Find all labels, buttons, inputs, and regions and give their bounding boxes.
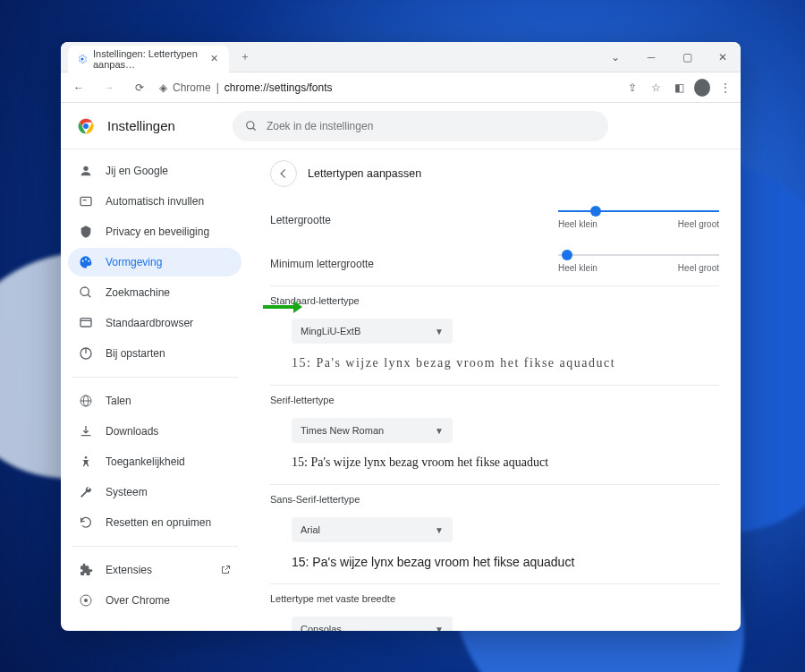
page-title: Instellingen [107, 118, 175, 133]
fixed-font-section: Lettertype met vaste breedte Consolas ▼ … [270, 583, 719, 631]
sidebar-item-reset[interactable]: Resetten en opruimen [68, 508, 242, 537]
svg-rect-15 [80, 319, 91, 327]
font-size-label: Lettergrootte [270, 214, 331, 226]
sans-font-section: Sans-Serif-lettertype Arial ▼ 15: Pa's w… [270, 484, 719, 583]
sidebar-item-label: Bij opstarten [106, 347, 165, 360]
font-size-slider[interactable]: Heel klein Heel groot [558, 210, 719, 229]
back-button[interactable]: ← [68, 77, 89, 98]
sidebar-item-you-and-google[interactable]: Jij en Google [68, 157, 242, 185]
minimize-button[interactable]: ─ [633, 45, 669, 70]
sidebar-item-label: Over Chrome [106, 594, 170, 607]
settings-search[interactable] [233, 111, 608, 141]
serif-font-dropdown[interactable]: Times New Roman ▼ [292, 418, 453, 443]
browser-tab[interactable]: Instellingen: Lettertypen aanpas… ✕ [68, 46, 229, 72]
extension-icon [79, 563, 93, 577]
svg-point-4 [83, 123, 89, 129]
dropdown-value: Consolas [301, 624, 342, 631]
tab-title: Instellingen: Lettertypen aanpas… [93, 48, 203, 70]
min-font-size-label: Minimum lettergrootte [270, 258, 374, 270]
standard-font-section: Standaard-lettertype MingLiU-ExtB ▼ 15: … [270, 285, 719, 385]
chevron-down-icon[interactable]: ⌄ [597, 45, 633, 70]
power-icon [79, 346, 93, 361]
slider-min-label: Heel klein [558, 219, 597, 229]
sidebar-item-downloads[interactable]: Downloads [68, 417, 242, 446]
sidebar-item-about[interactable]: Over Chrome [68, 586, 242, 615]
search-icon [245, 120, 258, 132]
svg-point-22 [85, 456, 88, 459]
sidebar-item-label: Automatisch invullen [106, 195, 204, 208]
globe-icon [79, 394, 93, 408]
url-path: chrome://settings/fonts [225, 81, 333, 94]
svg-point-0 [81, 57, 84, 60]
autofill-icon [79, 194, 93, 208]
page-back-button[interactable] [270, 160, 297, 187]
menu-icon[interactable]: ⋮ [717, 80, 733, 96]
bookmark-icon[interactable]: ☆ [648, 80, 664, 96]
slider-max-label: Heel groot [678, 219, 719, 229]
min-font-size-slider[interactable]: Heel klein Heel groot [558, 254, 719, 273]
settings-sidebar: Jij en Google Automatisch invullen Priva… [61, 149, 249, 631]
sans-font-sample: 15: Pa's wijze lynx bezag vroom het fiks… [292, 555, 719, 569]
svg-rect-8 [80, 197, 91, 205]
sidebar-item-label: Jij en Google [106, 165, 168, 177]
browser-icon [79, 316, 93, 330]
sidebar-item-system[interactable]: Systeem [68, 478, 242, 506]
svg-line-6 [253, 127, 256, 130]
sidebar-item-label: Resetten en opruimen [106, 516, 211, 529]
slider-max-label: Heel groot [678, 263, 719, 273]
dropdown-value: MingLiU-ExtB [301, 326, 360, 336]
sidebar-item-label: Vormgeving [106, 256, 162, 268]
sidebar-item-privacy[interactable]: Privacy en beveiliging [68, 217, 242, 246]
chrome-logo-icon [77, 117, 95, 135]
sidebar-item-label: Standaardbrowser [106, 317, 193, 329]
forward-button[interactable]: → [98, 77, 120, 98]
external-link-icon [220, 565, 231, 575]
reload-button[interactable]: ⟳ [129, 77, 150, 98]
sans-font-dropdown[interactable]: Arial ▼ [292, 517, 453, 542]
fixed-font-dropdown[interactable]: Consolas ▼ [292, 617, 453, 631]
address-bar: ← → ⟳ ◈ Chrome | chrome://settings/fonts… [61, 72, 741, 103]
search-input[interactable] [267, 120, 596, 132]
sidebar-item-languages[interactable]: Talen [68, 387, 242, 415]
browser-window: Instellingen: Lettertypen aanpas… ✕ ＋ ⌄ … [61, 42, 741, 631]
sidebar-item-label: Privacy en beveiliging [106, 225, 209, 238]
shield-icon [79, 225, 93, 239]
sidebar-item-appearance[interactable]: Vormgeving [68, 248, 242, 276]
svg-point-5 [247, 121, 254, 128]
dropdown-value: Times New Roman [301, 425, 384, 436]
share-icon[interactable]: ⇪ [624, 80, 640, 96]
wrench-icon [79, 485, 93, 499]
palette-icon [79, 255, 93, 269]
standard-font-dropdown[interactable]: MingLiU-ExtB ▼ [292, 319, 453, 344]
new-tab-button[interactable]: ＋ [234, 47, 256, 68]
min-font-size-row: Minimum lettergrootte Heel klein Heel gr… [270, 242, 719, 285]
profile-avatar[interactable] [694, 80, 710, 96]
window-controls: ⌄ ─ ▢ ✕ [597, 45, 741, 70]
sidebar-item-default-browser[interactable]: Standaardbrowser [68, 309, 242, 337]
url-field[interactable]: ◈ Chrome | chrome://settings/fonts [159, 81, 615, 94]
url-origin: Chrome [173, 81, 211, 94]
tab-close-icon[interactable]: ✕ [208, 51, 220, 66]
window-titlebar: Instellingen: Lettertypen aanpas… ✕ ＋ ⌄ … [61, 42, 741, 72]
sidebar-item-accessibility[interactable]: Toegankelijkheid [68, 447, 242, 476]
close-window-button[interactable]: ✕ [705, 45, 741, 70]
serif-font-sample: 15: Pa's wijze lynx bezag vroom het fiks… [292, 455, 719, 470]
page-heading: Lettertypen aanpassen [308, 167, 421, 180]
maximize-button[interactable]: ▢ [669, 45, 705, 70]
sidebar-item-label: Downloads [106, 425, 158, 438]
serif-font-label: Serif-lettertype [270, 395, 719, 405]
sidebar-item-label: Extensies [106, 564, 152, 576]
extensions-icon[interactable]: ◧ [671, 80, 687, 96]
chrome-icon [79, 593, 93, 608]
standard-font-label: Standaard-lettertype [270, 295, 719, 306]
sidebar-item-startup[interactable]: Bij opstarten [68, 339, 242, 368]
sidebar-item-extensions[interactable]: Extensies [68, 556, 242, 584]
sans-font-label: Sans-Serif-lettertype [270, 494, 719, 505]
sidebar-item-label: Toegankelijkheid [106, 455, 185, 468]
slider-min-label: Heel klein [558, 263, 597, 273]
sidebar-item-autofill[interactable]: Automatisch invullen [68, 187, 242, 216]
settings-header: Instellingen [61, 103, 741, 149]
sidebar-item-search-engine[interactable]: Zoekmachine [68, 278, 242, 307]
accessibility-icon [79, 455, 93, 469]
download-icon [79, 424, 93, 438]
